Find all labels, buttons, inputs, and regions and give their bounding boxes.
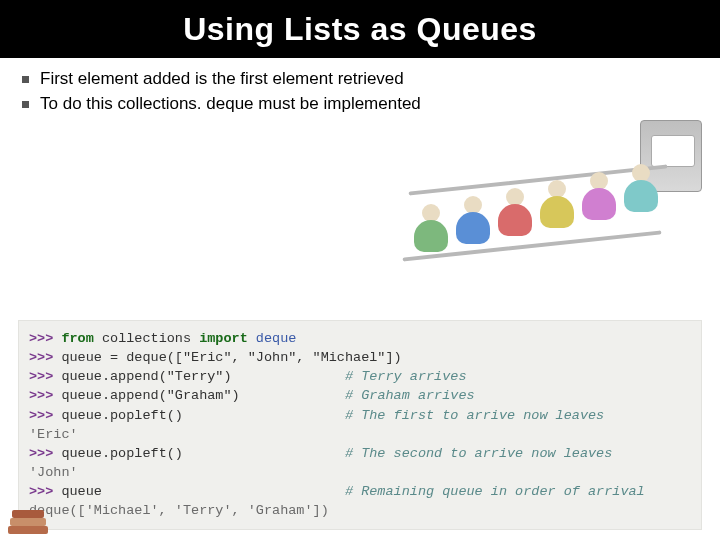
person-icon (498, 188, 532, 238)
bullet-list: First element added is the first element… (18, 68, 702, 116)
bullet-item: First element added is the first element… (18, 68, 702, 91)
slide-title: Using Lists as Queues (183, 11, 537, 48)
person-icon (456, 196, 490, 246)
person-icon (582, 172, 616, 222)
person-icon (540, 180, 574, 230)
code-block: >>> from collections import deque>>> que… (18, 320, 702, 530)
bullet-item: To do this collections. deque must be im… (18, 93, 702, 116)
queue-illustration (402, 120, 702, 290)
person-icon (414, 204, 448, 254)
books-icon (8, 506, 50, 534)
content-area: First element added is the first element… (0, 58, 720, 116)
title-bar: Using Lists as Queues (0, 0, 720, 58)
person-icon (624, 164, 658, 214)
